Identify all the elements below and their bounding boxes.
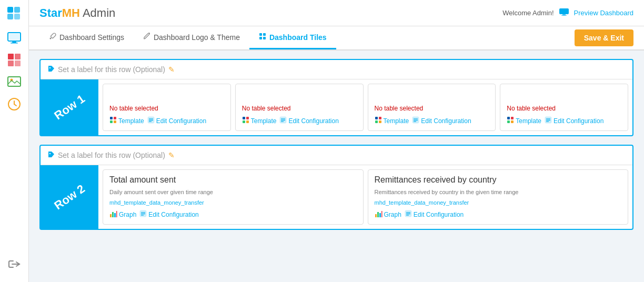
sidebar-item-monitor[interactable] bbox=[5, 28, 24, 47]
svg-rect-36 bbox=[243, 117, 245, 119]
svg-rect-11 bbox=[15, 61, 21, 66]
tile1-edit-config-btn[interactable]: Edit Configuration bbox=[147, 116, 206, 125]
tab-dashboard-tiles[interactable]: Dashboard Tiles bbox=[249, 26, 336, 49]
svg-rect-18 bbox=[559, 8, 569, 14]
svg-rect-9 bbox=[15, 54, 21, 59]
row1-tiles: No table selected bbox=[98, 79, 632, 135]
svg-point-27 bbox=[49, 67, 51, 68]
svg-rect-6 bbox=[11, 43, 18, 44]
tile3-edit-config-btn[interactable]: Edit Configuration bbox=[412, 116, 471, 125]
brand-star: Star bbox=[39, 6, 62, 19]
row2-tiles: Total amount sent Daily amount sent over… bbox=[98, 165, 632, 229]
tab-dashboard-logo-theme[interactable]: Dashboard Logo & Theme bbox=[134, 26, 249, 49]
svg-rect-72 bbox=[381, 211, 383, 217]
content-area: Set a label for this row (Optional) ✎ Ro… bbox=[29, 51, 644, 282]
svg-rect-53 bbox=[511, 117, 514, 119]
row1-tile-3: No table selected bbox=[368, 84, 496, 131]
tile6-graph-btn[interactable]: Graph bbox=[375, 210, 401, 219]
wrench-icon bbox=[49, 33, 56, 42]
tile2-no-table: No table selected bbox=[242, 105, 357, 112]
svg-rect-30 bbox=[110, 120, 113, 123]
svg-rect-61 bbox=[110, 214, 112, 217]
row2-edit-icon[interactable]: ✎ bbox=[168, 151, 175, 159]
sidebar bbox=[0, 0, 29, 282]
tag-icon-2 bbox=[48, 151, 55, 159]
svg-rect-31 bbox=[114, 120, 116, 123]
edit-config-icon bbox=[147, 116, 155, 125]
row1-label-bar: Set a label for this row (Optional) ✎ bbox=[41, 60, 632, 79]
topbar-right: Welcome Admin! Preview Dashboard bbox=[502, 8, 633, 17]
tab-dashboard-settings[interactable]: Dashboard Settings bbox=[39, 26, 134, 49]
tile3-no-table: No table selected bbox=[375, 105, 489, 112]
svg-rect-23 bbox=[259, 33, 262, 36]
svg-rect-71 bbox=[379, 213, 381, 217]
svg-rect-28 bbox=[110, 117, 113, 119]
tile6-actions: Graph bbox=[375, 210, 622, 219]
brand-mh: MH bbox=[62, 6, 80, 19]
svg-rect-70 bbox=[377, 212, 379, 217]
edit-config-icon-5 bbox=[139, 210, 147, 219]
tile5-desc: Daily amount sent over given time range bbox=[109, 189, 357, 195]
row2-tile-2: Remittances received by country Remittan… bbox=[368, 169, 629, 225]
save-exit-button[interactable]: Save & Exit bbox=[575, 29, 633, 46]
edit-config-icon-2 bbox=[279, 116, 287, 125]
tab-list: Dashboard Settings Dashboard Logo & Them… bbox=[39, 26, 336, 49]
svg-rect-52 bbox=[507, 117, 510, 119]
svg-rect-69 bbox=[375, 214, 377, 217]
grid-icon bbox=[259, 33, 266, 42]
main-content: StarMH Admin Welcome Admin! Preview Dash… bbox=[29, 0, 644, 282]
sidebar-item-star-logo[interactable] bbox=[5, 4, 24, 23]
tile2-template-btn[interactable]: Template bbox=[242, 116, 277, 125]
svg-rect-8 bbox=[8, 54, 14, 59]
template-icon bbox=[109, 116, 117, 125]
row1-tile-2: No table selected bbox=[235, 84, 364, 131]
svg-line-16 bbox=[14, 104, 16, 106]
svg-rect-44 bbox=[375, 117, 378, 119]
tile2-edit-config-btn[interactable]: Edit Configuration bbox=[279, 116, 338, 125]
edit-config-icon-3 bbox=[412, 116, 419, 125]
tile5-link: mhd_template_data_money_transfer bbox=[109, 199, 357, 206]
row2-label-box: Row 2 bbox=[41, 165, 98, 229]
svg-rect-19 bbox=[562, 14, 566, 15]
row1-tile-4: No table selected bbox=[500, 84, 628, 131]
svg-rect-38 bbox=[243, 120, 245, 123]
tile4-edit-config-btn[interactable]: Edit Configuration bbox=[545, 116, 603, 125]
svg-rect-1 bbox=[14, 7, 20, 13]
sidebar-item-grid[interactable] bbox=[5, 51, 24, 69]
sidebar-item-clock[interactable] bbox=[5, 95, 24, 114]
app-title: StarMH Admin bbox=[39, 6, 115, 20]
tile5-edit-config-btn[interactable]: Edit Configuration bbox=[139, 210, 198, 219]
svg-rect-7 bbox=[9, 34, 19, 40]
edit-config-icon-6 bbox=[405, 210, 412, 219]
svg-rect-25 bbox=[259, 37, 262, 39]
svg-rect-3 bbox=[14, 14, 20, 19]
svg-rect-5 bbox=[12, 42, 16, 43]
preview-dashboard-link[interactable]: Preview Dashboard bbox=[574, 9, 633, 17]
svg-rect-12 bbox=[8, 77, 21, 86]
tile6-link: mhd_template_data_money_transfer bbox=[375, 199, 622, 206]
topbar: StarMH Admin Welcome Admin! Preview Dash… bbox=[29, 0, 644, 26]
row1-body: Row 1 No table selected bbox=[41, 79, 632, 135]
tile2-actions: Template bbox=[242, 116, 357, 125]
svg-rect-55 bbox=[511, 120, 514, 123]
tile1-actions: Template bbox=[109, 116, 224, 125]
tile6-desc: Remittances received by country in the g… bbox=[375, 189, 622, 195]
row1-edit-icon[interactable]: ✎ bbox=[168, 65, 175, 74]
svg-rect-29 bbox=[114, 117, 116, 119]
sidebar-item-logout[interactable] bbox=[5, 255, 24, 274]
tile1-no-table: No table selected bbox=[109, 105, 224, 112]
monitor-icon bbox=[559, 8, 569, 17]
svg-rect-2 bbox=[7, 14, 13, 19]
tile5-graph-btn[interactable]: Graph bbox=[109, 210, 136, 219]
svg-rect-45 bbox=[379, 117, 381, 119]
svg-rect-63 bbox=[114, 213, 116, 217]
sidebar-item-image[interactable] bbox=[5, 73, 24, 92]
tile1-template-btn[interactable]: Template bbox=[109, 116, 144, 125]
tile3-template-btn[interactable]: Template bbox=[375, 116, 409, 125]
svg-rect-64 bbox=[116, 211, 117, 217]
svg-rect-62 bbox=[112, 212, 114, 217]
tile4-template-btn[interactable]: Template bbox=[507, 116, 541, 125]
tile6-edit-config-btn[interactable]: Edit Configuration bbox=[405, 210, 464, 219]
tile4-actions: Template bbox=[507, 116, 621, 125]
tab-dashboard-logo-theme-label: Dashboard Logo & Theme bbox=[154, 33, 240, 42]
